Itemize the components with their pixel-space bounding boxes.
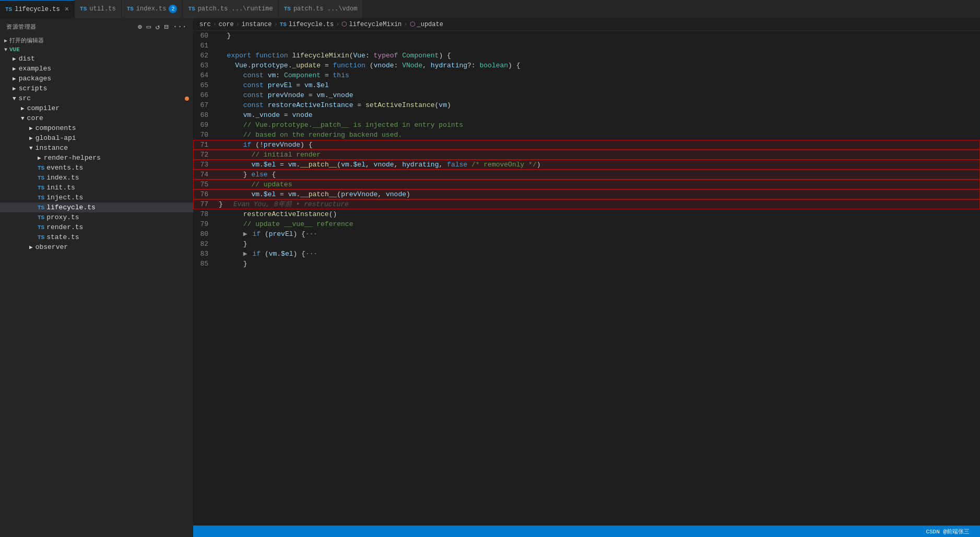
line-number: 77 (193, 199, 217, 209)
code-line-71: 71 if (!prevVnode) { (193, 140, 980, 150)
ts-icon: TS (38, 195, 44, 201)
tree-item-compiler[interactable]: ▶ compiler (0, 103, 193, 113)
code-line-85: 85 } (193, 259, 980, 269)
code-line-63: 63 Vue.prototype._update = function (vno… (193, 61, 980, 70)
line-number: 60 (193, 31, 217, 41)
tab-label: patch.ts ...\runtime (198, 5, 273, 13)
tab-index[interactable]: TS index.ts 2 (122, 0, 183, 18)
tree-item-dist[interactable]: ▶ dist (0, 54, 193, 64)
new-file-icon[interactable]: ⊕ (138, 22, 143, 31)
git-blame: Evan You, 8年前 • restructure (233, 200, 349, 208)
tree-item-src[interactable]: ▼ src (0, 93, 193, 103)
ts-icon: TS (38, 214, 44, 221)
line-number: 70 (193, 130, 217, 140)
breadcrumb-sep: › (404, 21, 407, 28)
folder-label: observer (36, 243, 68, 251)
breadcrumb-core[interactable]: core (219, 21, 234, 28)
tree-item-proxy[interactable]: TS proxy.ts (0, 212, 193, 222)
tree-item-observer[interactable]: ▶ observer (0, 242, 193, 252)
tree-item-lifecycle[interactable]: TS lifecycle.ts (0, 202, 193, 212)
breadcrumb-src[interactable]: src (199, 21, 211, 28)
code-line-69: 69 // Vue.prototype.__patch__ is injecte… (193, 120, 980, 130)
line-content: restoreActiveInstance() (217, 209, 980, 219)
ts-icon: TS (38, 165, 44, 171)
sidebar: 资源管理器 ⊕ ▭ ↺ ⊟ ··· ▶ 打开的编辑器 ▼ VUE ▶ dist (0, 18, 193, 537)
tree-item-init[interactable]: TS init.ts (0, 183, 193, 193)
tree-item-index[interactable]: TS index.ts (0, 173, 193, 183)
vue-section[interactable]: ▼ VUE (0, 45, 193, 54)
expand-arrow[interactable]: ▶ (243, 250, 247, 258)
code-line-66: 66 const prevVnode = vm._vnode (193, 90, 980, 100)
breadcrumb-icon: ⬡ (410, 20, 415, 28)
code-line-76: 76 vm.$el = vm.__patch__(prevVnode, vnod… (193, 189, 980, 199)
code-line-78: 78 restoreActiveInstance() (193, 209, 980, 219)
ts-badge: TS (284, 6, 291, 12)
tree-item-events[interactable]: TS events.ts (0, 163, 193, 173)
chevron-right-icon: ▶ (13, 55, 16, 62)
file-label: events.ts (46, 164, 83, 172)
tab-util[interactable]: TS util.ts (75, 0, 122, 18)
tree-item-packages[interactable]: ▶ packages (0, 74, 193, 83)
tab-label: index.ts (136, 5, 167, 13)
breadcrumb: src › core › instance › TS lifecycle.ts … (193, 18, 980, 31)
line-content: }Evan You, 8年前 • restructure (217, 199, 980, 209)
tree-item-inject[interactable]: TS inject.ts (0, 193, 193, 202)
line-number: 78 (193, 209, 217, 219)
file-label: proxy.ts (46, 213, 79, 221)
breadcrumb-icon: ⬡ (341, 20, 347, 28)
chevron-right-icon: ▶ (13, 85, 16, 92)
tab-patch-vdom[interactable]: TS patch.ts ...\vdom (279, 0, 363, 18)
code-line-73: 73 vm.$el = vm.__patch__(vm.$el, vnode, … (193, 160, 980, 170)
tab-label: lifecycle.ts (15, 6, 60, 13)
tab-patch-runtime[interactable]: TS patch.ts ...\runtime (183, 0, 278, 18)
line-content: export function lifecycleMixin(Vue: type… (217, 51, 980, 61)
code-line-74: 74 } else { (193, 170, 980, 180)
collapse-all-icon[interactable]: ⊟ (164, 22, 169, 31)
open-editors-section[interactable]: ▶ 打开的编辑器 (0, 35, 193, 45)
tree-item-instance[interactable]: ▼ instance (0, 143, 193, 153)
line-number: 69 (193, 120, 217, 130)
breadcrumb-sep: › (236, 21, 240, 28)
code-container[interactable]: 60 } 61 62 export function lifecycleMixi… (193, 31, 980, 526)
tree-item-scripts[interactable]: ▶ scripts (0, 83, 193, 93)
line-number: 62 (193, 51, 217, 61)
code-line-72: 72 // initial render (193, 150, 980, 160)
line-content: // Vue.prototype.__patch__ is injected i… (217, 120, 980, 130)
breadcrumb-sep: › (336, 21, 339, 28)
tree-item-state[interactable]: TS state.ts (0, 232, 193, 242)
line-content: vm._vnode = vnode (217, 110, 980, 120)
more-icon[interactable]: ··· (173, 22, 187, 31)
line-number: 64 (193, 70, 217, 80)
sidebar-header: 资源管理器 ⊕ ▭ ↺ ⊟ ··· (0, 18, 193, 35)
breadcrumb-mixin[interactable]: lifecycleMixin (349, 21, 402, 28)
tree-item-components[interactable]: ▶ components (0, 123, 193, 133)
code-line-75: 75 // updates (193, 180, 980, 189)
tab-lifecycle[interactable]: TS lifecycle.ts × (0, 0, 75, 18)
chevron-right-icon: ▶ (29, 135, 33, 141)
open-editors-label: 打开的编辑器 (9, 37, 44, 44)
refresh-icon[interactable]: ↺ (155, 22, 160, 31)
line-number: 63 (193, 61, 217, 70)
expand-arrow[interactable]: ▶ (243, 230, 247, 238)
line-content: // updates (217, 180, 980, 189)
chevron-right-icon: ▶ (38, 154, 41, 161)
folder-label: scripts (19, 85, 48, 92)
chevron-down-icon: ▼ (29, 145, 33, 151)
close-icon[interactable]: × (65, 5, 69, 14)
folder-label: components (36, 124, 76, 132)
tree-item-core[interactable]: ▼ core (0, 113, 193, 123)
tree-item-examples[interactable]: ▶ examples (0, 64, 193, 74)
tree-item-global-api[interactable]: ▶ global-api (0, 133, 193, 143)
breadcrumb-update[interactable]: _update (417, 21, 443, 28)
code-line-64: 64 const vm: Component = this (193, 70, 980, 80)
code-line-70: 70 // based on the rendering backend use… (193, 130, 980, 140)
breadcrumb-sep: › (274, 21, 277, 28)
folder-label: dist (19, 55, 35, 63)
breadcrumb-instance[interactable]: instance (242, 21, 272, 28)
line-content: } else { (217, 170, 980, 180)
tree-item-render[interactable]: TS render.ts (0, 222, 193, 232)
tree-item-render-helpers[interactable]: ▶ render-helpers (0, 153, 193, 163)
breadcrumb-lifecycle[interactable]: lifecycle.ts (289, 21, 334, 28)
new-folder-icon[interactable]: ▭ (146, 22, 151, 31)
ts-icon: TS (38, 175, 44, 181)
